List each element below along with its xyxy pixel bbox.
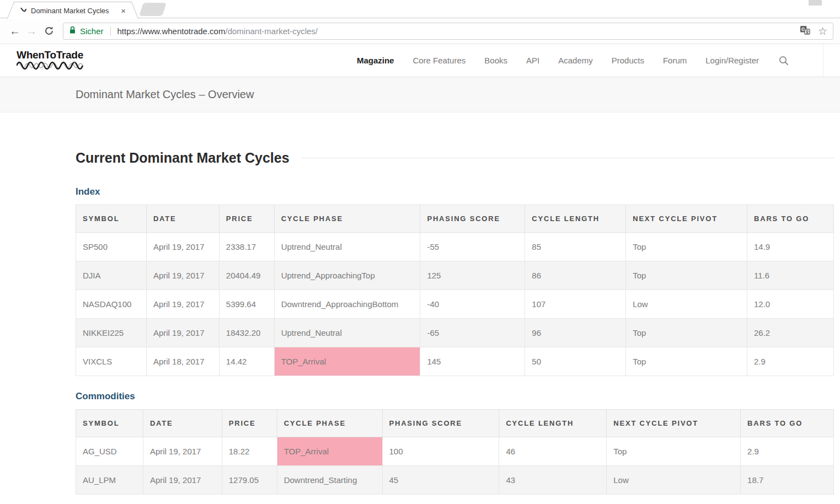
cell-symbol: AU_LPM	[76, 466, 143, 495]
cell-cycle-phase: Downtrend_ApproachingBottom	[274, 290, 420, 319]
cell-symbol: NIKKEI225	[76, 319, 147, 347]
cell-date: April 19, 2017	[143, 466, 222, 495]
cell-price: 1279.05	[222, 466, 277, 495]
search-icon[interactable]	[779, 56, 789, 66]
column-header: SYMBOL	[76, 205, 147, 233]
forward-button: →	[23, 25, 40, 36]
address-bar[interactable]: Sicher https://www.whentotrade.com /domi…	[63, 23, 833, 40]
cell-date: April 19, 2017	[143, 437, 222, 466]
table-row: NIKKEI225April 19, 201718432.20Uptrend_N…	[76, 319, 834, 347]
nav-item-forum[interactable]: Forum	[663, 56, 687, 65]
new-tab-button[interactable]	[139, 3, 167, 16]
translate-icon[interactable]: G	[800, 25, 810, 37]
column-header: SYMBOL	[76, 410, 143, 437]
cell-cycle-length: 50	[525, 347, 626, 376]
cell-symbol: DJIA	[76, 261, 147, 290]
cell-symbol: VIXCLS	[76, 347, 147, 376]
cell-cycle-phase: Uptrend_Neutral	[274, 233, 420, 261]
secure-lock-icon[interactable]	[69, 26, 76, 36]
page-title: Dominant Market Cycles – Overview	[76, 88, 254, 101]
url-path[interactable]: /dominant-market-cycles/	[225, 26, 318, 36]
cell-date: April 19, 2017	[146, 233, 219, 261]
column-header: PRICE	[222, 410, 277, 437]
cell-phasing-score: 100	[382, 437, 499, 466]
cell-date: April 19, 2017	[146, 290, 219, 319]
site-logo[interactable]: WhenToTrade	[17, 50, 84, 72]
tab-close-icon[interactable]: ×	[119, 6, 128, 15]
column-header: CYCLE PHASE	[274, 205, 420, 233]
cell-price: 18.22	[222, 437, 277, 466]
cell-price: 5399.64	[219, 290, 274, 319]
cell-next-cycle-pivot: Top	[626, 347, 747, 376]
secure-label[interactable]: Sicher	[80, 26, 104, 36]
nav-item-core-features[interactable]: Core Features	[413, 56, 466, 65]
cell-symbol: AG_USD	[76, 437, 143, 466]
cell-cycle-phase: Uptrend_ApproachingTop	[274, 261, 420, 290]
reload-button[interactable]	[40, 26, 58, 36]
column-header: PHASING SCORE	[420, 205, 525, 233]
cell-next-cycle-pivot: Top	[626, 233, 747, 261]
bookmark-star-icon[interactable]: ☆	[818, 25, 827, 37]
heading-rule	[302, 158, 834, 158]
column-header: BARS TO GO	[741, 410, 834, 437]
nav-item-api[interactable]: API	[526, 56, 539, 65]
table-row: AU_LPMApril 19, 20171279.05Downtrend_Sta…	[76, 466, 834, 495]
cell-bars-to-go: 14.9	[747, 233, 834, 261]
table-row: DJIAApril 19, 201720404.49Uptrend_Approa…	[76, 261, 834, 290]
browser-tab[interactable]: Dominant Market Cycles ×	[15, 2, 130, 19]
cell-cycle-phase: TOP_Arrival	[274, 347, 420, 376]
column-header: BARS TO GO	[747, 205, 834, 233]
cell-next-cycle-pivot: Top	[607, 437, 741, 466]
cell-price: 18432.20	[219, 319, 274, 347]
tab-favicon-sine-wave-icon	[18, 5, 26, 16]
column-header: DATE	[146, 205, 219, 233]
cell-symbol: SP500	[76, 233, 147, 261]
page-title-band: Dominant Market Cycles – Overview	[0, 77, 840, 112]
cell-bars-to-go: 11.6	[747, 261, 834, 290]
table-row: AG_USDApril 19, 201718.22TOP_Arrival1004…	[76, 437, 834, 466]
browser-toolbar: ← → Sicher https://www.whentotrade.com /…	[0, 18, 840, 44]
cell-phasing-score: 145	[420, 347, 525, 376]
cell-price: 14.42	[219, 347, 274, 376]
back-button[interactable]: ←	[7, 25, 23, 36]
cell-bars-to-go: 2.9	[741, 437, 834, 466]
cell-cycle-length: 107	[525, 290, 626, 319]
index-table-header-row: SYMBOLDATEPRICECYCLE PHASEPHASING SCOREC…	[76, 205, 834, 233]
commodities-table-header-row: SYMBOLDATEPRICECYCLE PHASEPHASING SCOREC…	[76, 410, 834, 437]
nav-item-magazine[interactable]: Magazine	[357, 56, 394, 65]
content-heading: Current Dominant Market Cycles	[76, 150, 290, 166]
cell-phasing-score: 125	[420, 261, 525, 290]
cell-date: April 18, 2017	[146, 347, 219, 376]
cell-date: April 19, 2017	[146, 261, 219, 290]
table-row: VIXCLSApril 18, 201714.42TOP_Arrival1455…	[76, 347, 834, 376]
url-origin[interactable]: https://www.whentotrade.com	[117, 26, 226, 36]
nav-item-books[interactable]: Books	[484, 56, 507, 65]
column-header: PRICE	[219, 205, 274, 233]
column-header: NEXT CYCLE PIVOT	[626, 205, 747, 233]
column-header: CYCLE LENGTH	[525, 205, 626, 233]
cell-next-cycle-pivot: Top	[626, 319, 747, 347]
site-logo-text: WhenToTrade	[17, 50, 84, 60]
nav-item-login-register[interactable]: Login/Register	[705, 56, 759, 65]
site-header: WhenToTrade Magazine Core Features Books…	[0, 44, 840, 77]
main-content: Current Dominant Market Cycles Index SYM…	[0, 150, 840, 495]
cell-bars-to-go: 2.9	[747, 347, 834, 376]
cell-bars-to-go: 26.2	[747, 319, 834, 347]
cell-price: 2338.17	[219, 233, 274, 261]
cell-symbol: NASDAQ100	[76, 290, 147, 319]
column-header: DATE	[143, 410, 222, 437]
cell-phasing-score: -55	[420, 233, 525, 261]
table-row: NASDAQ100April 19, 20175399.64Downtrend_…	[76, 290, 834, 319]
cell-bars-to-go: 18.7	[741, 466, 834, 495]
table-row: SP500April 19, 20172338.17Uptrend_Neutra…	[76, 233, 834, 261]
column-header: NEXT CYCLE PIVOT	[607, 410, 741, 437]
nav-item-academy[interactable]: Academy	[558, 56, 593, 65]
tab-strip: Dominant Market Cycles ×	[0, 0, 840, 18]
cell-bars-to-go: 12.0	[747, 290, 834, 319]
column-header: PHASING SCORE	[382, 410, 499, 437]
window-control-fragment	[809, 0, 822, 6]
cell-cycle-length: 86	[525, 261, 626, 290]
logo-wave-icon	[17, 61, 84, 72]
nav-item-products[interactable]: Products	[612, 56, 644, 65]
cell-phasing-score: 45	[382, 466, 499, 495]
